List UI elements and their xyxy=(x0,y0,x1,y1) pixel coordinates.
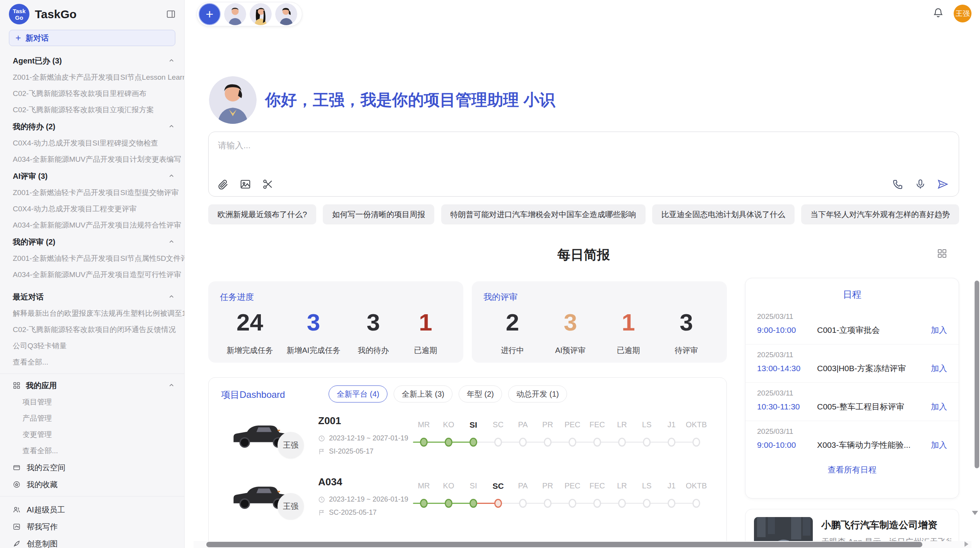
filter-chip[interactable]: 动总开发 (1) xyxy=(508,385,567,402)
milestone-dot xyxy=(519,499,527,508)
section-agent-done[interactable]: Agent已办 (3) xyxy=(0,52,184,69)
list-item[interactable]: A034-全新新能源MUV产品开发项目造型可行性评审 xyxy=(0,267,184,283)
join-link[interactable]: 加入 xyxy=(931,440,947,450)
schedule-item[interactable]: 2025/03/11 13:00-14:30 C003|H0B-方案冻结评审 加… xyxy=(745,344,959,383)
view-all-schedule-link[interactable]: 查看所有日程 xyxy=(745,464,959,475)
section-my-review[interactable]: 我的评审 (2) xyxy=(0,233,184,250)
section-my-apps[interactable]: 我的应用 xyxy=(0,377,184,394)
milestone-dot xyxy=(519,438,527,447)
suggestion-chip[interactable]: 欧洲新规最近颁布了什么? xyxy=(208,204,316,224)
milestone-label: LS xyxy=(634,481,659,491)
project-row[interactable]: 王强 Z001 2023-12-19 ~ 2027-01-19 SI-2025-… xyxy=(209,412,727,473)
suggestion-chip[interactable]: 当下年轻人对汽车外观有怎样的喜好趋势 xyxy=(801,204,959,224)
briefing-layout-icon[interactable] xyxy=(936,248,948,261)
schedule-item[interactable]: 2025/03/11 10:30-11:30 C005-整车工程目标评审 加入 xyxy=(745,383,959,421)
collapse-sidebar-icon[interactable] xyxy=(166,9,176,21)
notifications-bell-icon[interactable] xyxy=(933,7,944,20)
list-item[interactable]: Z001-全新燃油轻卡产品开发项目SI造型提交物评审 xyxy=(0,185,184,201)
view-all-chats[interactable]: 查看全部... xyxy=(0,354,184,370)
sidebar-item-favorites[interactable]: 我的收藏 xyxy=(0,476,184,493)
list-item[interactable]: C0X4-动力总成开发项目SI里程碑提交物检查 xyxy=(0,135,184,151)
send-icon[interactable] xyxy=(937,178,949,190)
filter-chip[interactable]: 年型 (2) xyxy=(459,385,502,402)
suggestion-chip[interactable]: 比亚迪全固态电池计划具体说了什么 xyxy=(652,204,795,224)
header-actions: 王强 xyxy=(933,5,971,22)
scissors-icon[interactable] xyxy=(262,178,274,190)
section-title: 我的待办 (2) xyxy=(13,122,55,132)
list-item[interactable]: C02-飞腾新能源轻客改款项目里程碑画布 xyxy=(0,86,184,102)
sidebar-item-label: 创意制图 xyxy=(27,539,58,548)
schedule-time: 9:00-10:00 xyxy=(757,325,817,335)
chat-input[interactable]: 请输入... xyxy=(208,132,959,197)
app-item-product-mgmt[interactable]: 产品管理 xyxy=(0,410,184,426)
list-item[interactable]: A034-全新新能源MUV产品开发项目法规符合性评审 xyxy=(0,217,184,233)
phone-icon[interactable] xyxy=(892,178,904,190)
input-placeholder: 请输入... xyxy=(218,140,250,151)
recent-chat-item[interactable]: C02-飞腾新能源轻客改款项目的闭环通告反馈情况 xyxy=(0,322,184,338)
suggestion-chips: 欧洲新规最近颁布了什么? 如何写一份清晰的项目周报 特朗普可能对进口汽车增税会对… xyxy=(208,204,959,224)
filter-chip[interactable]: 全新上装 (3) xyxy=(394,385,452,402)
sidebar-item-cloud-space[interactable]: 我的云空间 xyxy=(0,459,184,476)
clock-icon xyxy=(318,435,325,442)
project-row[interactable]: 王强 A034 2023-12-19 ~ 2026-01-19 SC-2025-… xyxy=(209,473,727,534)
milestone-dot xyxy=(668,499,675,508)
milestone-dot-done xyxy=(420,499,428,508)
milestone-label: J1 xyxy=(659,481,684,491)
schedule-event-title: C003|H0B-方案冻结评审 xyxy=(817,363,931,374)
filter-chip[interactable]: 全新平台 (4) xyxy=(329,385,387,402)
add-agent-button[interactable]: + xyxy=(199,3,221,25)
horizontal-scrollbar-thumb[interactable] xyxy=(206,542,922,547)
stat-value: 3 xyxy=(667,308,706,336)
suggestion-chip[interactable]: 特朗普可能对进口汽车增税会对中国车企造成哪些影响 xyxy=(441,204,646,224)
chevron-up-icon[interactable] xyxy=(168,293,175,300)
attach-icon[interactable] xyxy=(217,178,229,190)
recent-chat-item[interactable]: 解释最新出台的欧盟报废车法规再生塑料比例被调至15%... xyxy=(0,305,184,322)
list-item[interactable]: Z001-全新燃油皮卡产品开发项目SI节点Lesson Learn报告 xyxy=(0,69,184,86)
user-avatar[interactable]: 王强 xyxy=(954,5,971,22)
list-item[interactable]: Z001-全新燃油轻卡产品开发项目SI节点属性5D文件评审 xyxy=(0,250,184,267)
vertical-scrollbar-thumb[interactable] xyxy=(975,281,979,468)
schedule-item[interactable]: 2025/03/11 9:00-10:00 X003-车辆动力学性能验... 加… xyxy=(745,421,959,459)
list-item[interactable]: A034-全新新能源MUV产品开发项目计划变更表编写 xyxy=(0,151,184,168)
suggestion-chip[interactable]: 如何写一份清晰的项目周报 xyxy=(323,204,434,224)
apps-grid-icon xyxy=(13,382,21,389)
list-item[interactable]: C02-飞腾新能源轻客改款项目立项汇报方案 xyxy=(0,102,184,118)
agent-avatar-1[interactable] xyxy=(224,3,246,25)
sidebar-item-ai-staff[interactable]: AI超级员工 xyxy=(0,501,184,518)
recent-chat-item[interactable]: 公司Q3轻卡销量 xyxy=(0,338,184,354)
sidebar-item-help-write[interactable]: 帮我写作 xyxy=(0,518,184,535)
list-item[interactable]: C0X4-动力总成开发项目工程变更评审 xyxy=(0,201,184,217)
chevron-up-icon[interactable] xyxy=(168,123,175,130)
agent-avatar-2[interactable] xyxy=(250,3,272,25)
milestone-label: KO xyxy=(436,481,461,491)
schedule-item[interactable]: 2025/03/11 9:00-10:00 C001-立项审批会 加入 xyxy=(745,306,959,344)
section-ai-review[interactable]: AI评审 (3) xyxy=(0,168,184,185)
sidebar-item-creative-draw[interactable]: 创意制图 xyxy=(0,535,184,548)
section-recent-chats[interactable]: 最近对话 xyxy=(0,288,184,305)
stat-label: 待评审 xyxy=(667,345,706,356)
sidebar-item-label: 我的云空间 xyxy=(27,462,65,473)
join-link[interactable]: 加入 xyxy=(931,363,947,374)
milestone-dot xyxy=(692,438,700,447)
image-icon[interactable] xyxy=(240,178,251,190)
scroll-right-arrow-icon[interactable] xyxy=(965,541,968,547)
app-window: Task Go TaskGo + 新对话 Agent已办 (3) Z001-全新… xyxy=(0,0,980,548)
horizontal-scrollbar[interactable] xyxy=(194,541,971,548)
chevron-up-icon[interactable] xyxy=(168,238,175,245)
view-all-apps[interactable]: 查看全部... xyxy=(0,443,184,459)
milestone-label: J1 xyxy=(659,420,684,430)
microphone-icon[interactable] xyxy=(915,178,926,190)
chevron-up-icon[interactable] xyxy=(168,382,175,389)
app-item-change-mgmt[interactable]: 变更管理 xyxy=(0,426,184,443)
milestone-timeline: MR KO SI SC PA PR PEC FEC LR LS J1 OKTB xyxy=(411,481,709,512)
chevron-up-icon[interactable] xyxy=(168,173,175,180)
join-link[interactable]: 加入 xyxy=(931,325,947,336)
new-chat-button[interactable]: + 新对话 xyxy=(9,30,175,46)
join-link[interactable]: 加入 xyxy=(931,401,947,412)
app-item-project-mgmt[interactable]: 项目管理 xyxy=(0,394,184,410)
chevron-up-icon[interactable] xyxy=(168,57,175,64)
scroll-down-arrow-icon[interactable] xyxy=(972,511,978,515)
divider xyxy=(0,496,184,497)
section-my-todo[interactable]: 我的待办 (2) xyxy=(0,118,184,135)
agent-avatar-3[interactable] xyxy=(275,3,297,25)
